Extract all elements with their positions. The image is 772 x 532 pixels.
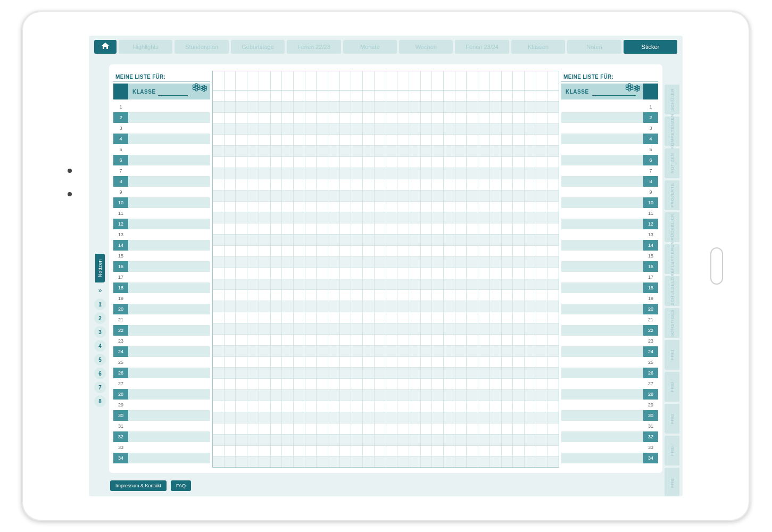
grid-cell[interactable] xyxy=(525,124,536,135)
grid-cell[interactable] xyxy=(490,135,502,145)
grid-cell[interactable] xyxy=(386,335,398,345)
grid-cell[interactable] xyxy=(271,212,283,223)
grid-cell[interactable] xyxy=(317,423,328,434)
grid-cell[interactable] xyxy=(397,257,409,268)
grid-cell[interactable] xyxy=(340,412,352,423)
grid-cell[interactable] xyxy=(386,202,398,212)
grid-cell[interactable] xyxy=(432,168,444,179)
grid-cell[interactable] xyxy=(317,390,328,401)
grid-cell[interactable] xyxy=(305,235,317,245)
chevron-down-icon[interactable]: » xyxy=(98,287,102,294)
grid-cell[interactable] xyxy=(294,335,305,345)
page-number-tab-5[interactable]: 5 xyxy=(94,354,106,365)
grid-cell[interactable] xyxy=(432,390,444,401)
grid-cell[interactable] xyxy=(455,390,467,401)
grid-cell[interactable] xyxy=(247,435,259,445)
grid-cell[interactable] xyxy=(351,412,363,423)
grid-cell[interactable] xyxy=(328,179,340,190)
grid-cell[interactable] xyxy=(294,390,305,401)
grid-cell[interactable] xyxy=(467,312,478,323)
grid-cell[interactable] xyxy=(397,379,409,389)
grid-cell[interactable] xyxy=(236,357,247,368)
grid-cell[interactable] xyxy=(467,290,478,301)
grid-cell[interactable] xyxy=(225,212,236,223)
grid-cell[interactable] xyxy=(467,446,478,456)
grid-cell[interactable] xyxy=(213,323,225,334)
grid-cell[interactable] xyxy=(444,268,455,279)
grid-cell[interactable] xyxy=(271,246,283,256)
grid-cell[interactable] xyxy=(225,368,236,378)
grid-cell[interactable] xyxy=(386,212,398,223)
grid-cell[interactable] xyxy=(282,390,294,401)
grid-cell[interactable] xyxy=(247,102,259,112)
grid-cell[interactable] xyxy=(328,223,340,234)
grid-cell[interactable] xyxy=(455,223,467,234)
grid-cell[interactable] xyxy=(317,290,328,301)
grid-cell[interactable] xyxy=(305,157,317,168)
grid-cell[interactable] xyxy=(236,435,247,445)
klasse-value-line[interactable] xyxy=(158,95,188,96)
grid-cell[interactable] xyxy=(513,301,525,312)
list-row[interactable]: 4 xyxy=(561,134,658,144)
row-body[interactable] xyxy=(561,293,643,304)
grid-cell[interactable] xyxy=(490,435,502,445)
grid-cell[interactable] xyxy=(386,379,398,389)
grid-cell[interactable] xyxy=(444,335,455,345)
grid-cell[interactable] xyxy=(305,146,317,156)
grid-cell[interactable] xyxy=(525,446,536,456)
grid-cell[interactable] xyxy=(259,179,271,190)
row-body[interactable] xyxy=(128,112,210,123)
page-number-tab-4[interactable]: 4 xyxy=(94,340,106,352)
grid-cell[interactable] xyxy=(490,90,502,101)
list-row[interactable]: 31 xyxy=(561,421,658,431)
grid-cell[interactable] xyxy=(375,146,386,156)
grid-cell[interactable] xyxy=(305,168,317,179)
grid-cell[interactable] xyxy=(444,146,455,156)
grid-cell[interactable] xyxy=(236,279,247,290)
row-body[interactable] xyxy=(561,304,643,314)
grid-cell[interactable] xyxy=(397,135,409,145)
grid-cell[interactable] xyxy=(490,102,502,112)
grid-cell[interactable] xyxy=(259,390,271,401)
grid-cell[interactable] xyxy=(525,390,536,401)
grid-cell[interactable] xyxy=(490,423,502,434)
grid-cell[interactable] xyxy=(340,401,352,412)
side-tab-frei[interactable]: FREI xyxy=(665,340,679,370)
row-body[interactable] xyxy=(561,165,643,176)
grid-cell[interactable] xyxy=(340,335,352,345)
grid-cell[interactable] xyxy=(236,202,247,212)
grid-cell[interactable] xyxy=(467,212,478,223)
row-body[interactable] xyxy=(128,336,210,346)
grid-cell[interactable] xyxy=(351,301,363,312)
grid-cell[interactable] xyxy=(282,312,294,323)
grid-cell[interactable] xyxy=(213,146,225,156)
grid-cell[interactable] xyxy=(490,223,502,234)
grid-cell[interactable] xyxy=(409,168,421,179)
grid-cell[interactable] xyxy=(328,312,340,323)
grid-cell[interactable] xyxy=(225,435,236,445)
grid-cell[interactable] xyxy=(328,412,340,423)
grid-cell[interactable] xyxy=(213,157,225,168)
grid-cell[interactable] xyxy=(317,323,328,334)
grid-cell[interactable] xyxy=(340,268,352,279)
grid-cell[interactable] xyxy=(294,179,305,190)
grid-cell[interactable] xyxy=(317,146,328,156)
grid-cell[interactable] xyxy=(455,90,467,101)
grid-cell[interactable] xyxy=(305,202,317,212)
grid-cell[interactable] xyxy=(328,379,340,389)
grid-cell[interactable] xyxy=(525,179,536,190)
grid-cell[interactable] xyxy=(271,357,283,368)
grid-cell[interactable] xyxy=(513,323,525,334)
grid-cell[interactable] xyxy=(363,190,375,201)
grid-cell[interactable] xyxy=(225,312,236,323)
grid-cell[interactable] xyxy=(375,102,386,112)
grid-cell[interactable] xyxy=(397,456,409,467)
grid-cell[interactable] xyxy=(421,290,433,301)
grid-cell[interactable] xyxy=(225,257,236,268)
grid-cell[interactable] xyxy=(271,268,283,279)
grid-cell[interactable] xyxy=(294,312,305,323)
grid-cell[interactable] xyxy=(375,257,386,268)
grid-cell[interactable] xyxy=(525,146,536,156)
grid-cell[interactable] xyxy=(247,390,259,401)
grid-cell[interactable] xyxy=(375,301,386,312)
